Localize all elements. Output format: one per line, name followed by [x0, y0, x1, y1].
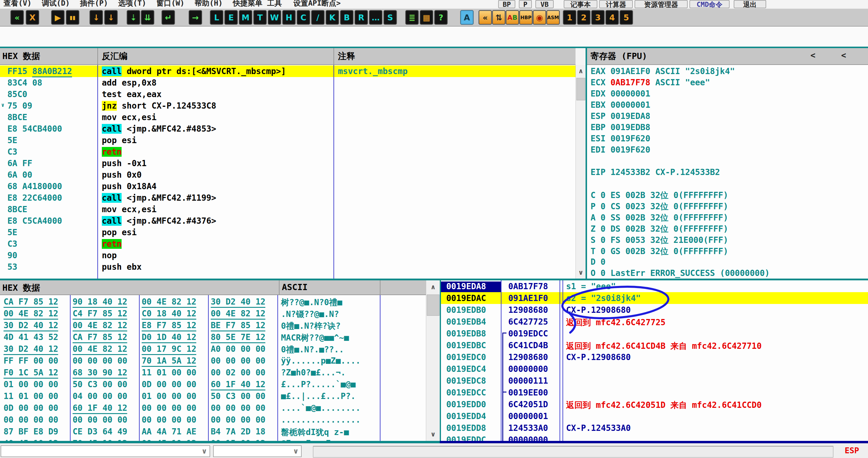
disasm-row[interactable]: 83C4 08add esp,0x8: [0, 77, 576, 89]
desktop-4-button[interactable]: 4: [606, 10, 619, 25]
view-call-stack-button[interactable]: K: [326, 10, 339, 25]
dump-view[interactable]: CA F7 85 1290 18 40 1200 4E 82 1230 D2 4…: [0, 295, 426, 441]
quick-button-P[interactable]: P: [519, 0, 532, 8]
stack-row[interactable]: 0019EDB012908680CX-P.12908680: [441, 304, 868, 316]
desktop-1-button[interactable]: 1: [563, 10, 576, 25]
dump-row[interactable]: 87 BF E8 D9CE D3 64 49AA 4A 71 AEB4 7A 2…: [0, 426, 426, 437]
strongod-plugin-button[interactable]: A: [460, 10, 473, 25]
flag-row[interactable]: O 0 LastErr ERROR_SUCCESS (00000000): [587, 267, 868, 279]
register-row[interactable]: ESI 0019F620: [587, 133, 868, 144]
disasm-row[interactable]: C3retn: [0, 238, 576, 250]
disasm-row[interactable]: 8BCEmov ecx,esi: [0, 112, 576, 123]
chevron-down-icon[interactable]: ∨: [293, 447, 299, 455]
chevron-down-icon[interactable]: ∨: [202, 447, 208, 455]
disasm-row[interactable]: 90nop: [0, 250, 576, 261]
menu-item-4[interactable]: 选项(T): [118, 0, 146, 8]
register-row[interactable]: EDX 00000001: [587, 88, 868, 99]
stack-row[interactable]: 0019EDBC6C41CD4B返回到 mfc42.6C41CD4B 来自 mf…: [441, 339, 868, 351]
dump-row[interactable]: F0 1C 5A 1268 30 90 1211 01 00 0000 02 0…: [0, 367, 426, 378]
view-memory-button[interactable]: M: [239, 10, 252, 25]
view-handles-button[interactable]: H: [282, 10, 296, 25]
disasm-row[interactable]: 8BCEmov ecx,esi: [0, 204, 576, 215]
exec-till-return-button[interactable]: ↵: [162, 10, 175, 25]
disasm-row[interactable]: 5Epop esi: [0, 134, 576, 146]
view-executables-button[interactable]: E: [225, 10, 238, 25]
disasm-hex-column-header[interactable]: HEX 数据: [2, 51, 40, 62]
view-threads-button[interactable]: T: [253, 10, 267, 25]
updown-button[interactable]: ⇅: [492, 10, 505, 25]
stack-row[interactable]: 0019EDDC00000000: [441, 434, 868, 441]
scroll-down-icon[interactable]: ∨: [576, 269, 586, 276]
back-button[interactable]: «: [479, 10, 492, 25]
flag-row[interactable]: D 0: [587, 256, 868, 267]
view-log-button[interactable]: L: [210, 10, 223, 25]
disasm-view[interactable]: FF15 88A0B212call dword ptr ds:[<&MSVCRT…: [0, 65, 576, 279]
flag-row[interactable]: T 0 GS 002B 32位 0(FFFFFFFF): [587, 245, 868, 256]
disasm-row[interactable]: 85C0test eax,eax: [0, 89, 576, 100]
stack-row[interactable]: 0019EDC800000111: [441, 375, 868, 387]
quick-button-记事本[interactable]: 记事本: [564, 0, 597, 8]
stack-row[interactable]: 0019EDAC091AE1F0s2 = "2s0i8jk4": [441, 292, 868, 304]
ab-button[interactable]: AB: [506, 10, 519, 25]
help-button[interactable]: ?: [434, 10, 447, 25]
run-button[interactable]: ▶: [51, 10, 64, 25]
disasm-row[interactable]: 68 A4180000push 0x18A4: [0, 181, 576, 192]
view-patches-button[interactable]: /: [311, 10, 324, 25]
hbp-button[interactable]: HBP: [520, 10, 532, 25]
quick-button-退出[interactable]: 退出: [734, 0, 766, 8]
stack-row[interactable]: 0019EDD06C42051D返回到 mfc42.6C42051D 来自 mf…: [441, 398, 868, 410]
step-over-button[interactable]: ↓: [104, 10, 118, 25]
stack-row[interactable]: 0019EDB80019EDCC: [441, 328, 868, 339]
dump-row[interactable]: FF FF 00 0000 00 00 0070 1A 5A 1200 00 0…: [0, 355, 426, 367]
dump-row[interactable]: 01 00 00 0050 C3 00 000D 00 00 0060 1F 4…: [0, 378, 426, 390]
registers-view[interactable]: EAX 091AE1F0 ASCII "2s0i8jk4"ECX 0AB17F7…: [587, 65, 868, 279]
stack-row[interactable]: 0019EDA80AB17F78s1 = "eee": [441, 280, 868, 292]
registers-collapse-left-button[interactable]: <: [810, 51, 815, 60]
register-row[interactable]: EBP 0019EDB8: [587, 122, 868, 133]
restart-button[interactable]: «: [11, 10, 24, 25]
disasm-row[interactable]: E8 C5CA4000call <jmp.&MFC42.#4376>: [0, 215, 576, 226]
disasm-scrollbar-thumb[interactable]: [577, 78, 585, 100]
secondary-combobox[interactable]: ∨: [213, 445, 302, 457]
column-divider[interactable]: [334, 65, 334, 279]
stack-row[interactable]: 0019EDD8124533A0CX-P.124533A0: [441, 422, 868, 434]
scroll-up-icon[interactable]: ∧: [426, 283, 440, 291]
dump-row[interactable]: 30 D2 40 1200 4E 82 12E8 F7 85 12BE F7 8…: [0, 319, 426, 331]
quick-button-CMD命令[interactable]: CMD命令: [689, 0, 730, 8]
step-into-button[interactable]: ↓: [90, 10, 103, 25]
register-row[interactable]: EDI 0019F620: [587, 144, 868, 155]
animate-into-button[interactable]: ⇣: [127, 10, 140, 25]
flag-row[interactable]: Z 0 DS 002B 32位 0(FFFFFFFF): [587, 222, 868, 234]
log-options-button[interactable]: ≣: [405, 10, 418, 25]
desktop-3-button[interactable]: 3: [591, 10, 604, 25]
pause-button[interactable]: ▮▮: [66, 10, 79, 25]
close-button[interactable]: X: [26, 10, 39, 25]
disasm-row[interactable]: FF15 88A0B212call dword ptr ds:[<&MSVCRT…: [0, 65, 576, 77]
stack-view[interactable]: 0019EDA80AB17F78s1 = "eee"0019EDAC091AE1…: [441, 280, 868, 441]
flag-row[interactable]: S 0 FS 0053 32位 21E000(FFF): [587, 234, 868, 245]
dump-row[interactable]: 00 4E 82 12C4 F7 85 12C0 18 40 1200 4E 8…: [0, 307, 426, 319]
disasm-row[interactable]: E8 22C64000call <jmp.&MFC42.#1199>: [0, 192, 576, 204]
menu-item-2[interactable]: 调试(D): [42, 0, 70, 8]
disasm-row[interactable]: 6A 00push 0x0: [0, 169, 576, 181]
dump-row[interactable]: 4D 41 43 52CA F7 85 12D0 1D 40 1280 5E 7…: [0, 331, 426, 343]
stack-row[interactable]: 0019EDD400000001: [441, 410, 868, 422]
menu-item-6[interactable]: 帮助(H): [195, 0, 223, 8]
view-breakpoints-button[interactable]: B: [340, 10, 353, 25]
dump-row[interactable]: 30 D2 40 1200 4E 82 1200 17 9C 12A0 00 0…: [0, 343, 426, 355]
dump-row[interactable]: 00 00 00 0000 00 00 0000 00 00 0000 00 0…: [0, 414, 426, 426]
menu-item-5[interactable]: 窗口(W): [156, 0, 184, 8]
dump-scrollbar-thumb[interactable]: [427, 295, 439, 316]
dump-row[interactable]: 11 01 00 0004 00 00 0001 00 00 0050 C3 0…: [0, 390, 426, 402]
disasm-row[interactable]: E8 54CB4000call <jmp.&MFC42.#4853>: [0, 123, 576, 134]
quick-button-BP[interactable]: BP: [498, 0, 515, 8]
disasm-row[interactable]: C3retn: [0, 146, 576, 158]
flag-row[interactable]: A 0 SS 002B 32位 0(FFFFFFFF): [587, 211, 868, 222]
scroll-up-icon[interactable]: ∧: [576, 67, 586, 75]
animate-over-button[interactable]: ⇊: [141, 10, 154, 25]
quick-button-计算器[interactable]: 计算器: [599, 0, 633, 8]
comment-column-header[interactable]: 注释: [338, 51, 355, 62]
quick-button-资源管理器[interactable]: 资源管理器: [634, 0, 688, 8]
disasm-row[interactable]: 53push ebx: [0, 261, 576, 273]
view-references-button[interactable]: R: [355, 10, 368, 25]
